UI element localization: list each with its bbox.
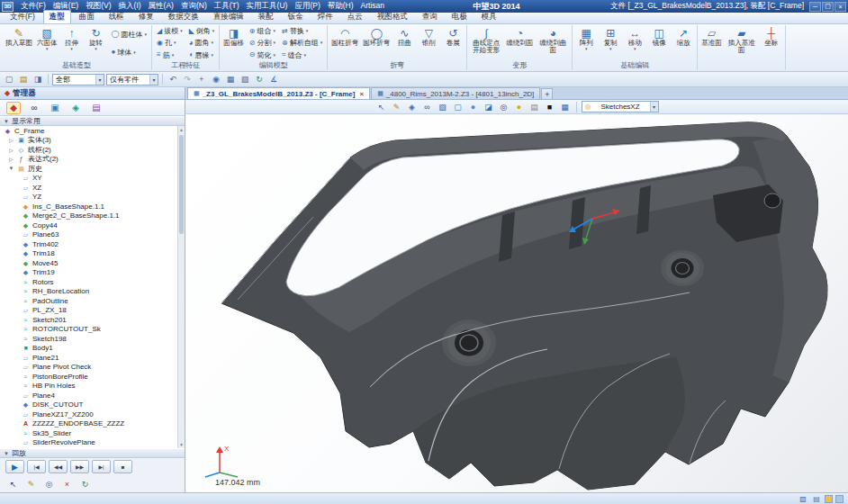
undo-icon[interactable]: ↶	[167, 73, 179, 86]
ribbon-button[interactable]: ◕缠绕到曲面	[536, 25, 570, 61]
ribbon-tab[interactable]: 模具	[475, 10, 503, 23]
tree-item[interactable]: ◆Move45	[0, 258, 185, 268]
view-manager-icon[interactable]: ◈	[406, 101, 419, 112]
maximize-button[interactable]: ▢	[822, 2, 834, 12]
ribbon-tab[interactable]: 数据交换	[162, 10, 205, 23]
ribbon-button[interactable]: ▱基准面	[699, 25, 724, 70]
ribbon-button[interactable]: ◕圆角▾	[186, 38, 218, 49]
ribbon-button[interactable]: ≈缝合▾	[279, 50, 325, 60]
ribbon-button[interactable]: ⊖简化▾	[247, 50, 278, 60]
ribbon-button[interactable]: ◠圆柱折弯	[329, 25, 360, 61]
minimize-button[interactable]: ─	[809, 2, 821, 12]
ribbon-button[interactable]: ▽锥削	[417, 25, 440, 61]
snap-icon[interactable]: ◉	[210, 73, 222, 86]
ribbon-tab[interactable]: 焊件	[311, 10, 339, 23]
tree-item[interactable]: ■Body1	[0, 344, 185, 354]
tree-item[interactable]: ▱PlaneXZ17_XZ200	[0, 410, 185, 419]
assembly-icon[interactable]: ◈	[68, 102, 83, 114]
tree-item[interactable]: ≈Sk35_Slider	[0, 428, 185, 438]
tree-root[interactable]: ◆C_Frame	[0, 126, 185, 136]
document-tab[interactable]: ▦_4800_Rims_2013M-2.Z3 - [4801_13inch_2D…	[371, 87, 540, 99]
viewport-canvas[interactable]: X 147.042 mm	[185, 114, 848, 492]
ribbon-tab[interactable]: 曲面	[73, 10, 101, 23]
filter-part-combo[interactable]: 仅有零件▾	[106, 74, 158, 86]
history-manager-icon[interactable]: ◆	[6, 102, 21, 114]
tree-group[interactable]: ▼▤历史	[0, 164, 185, 174]
ribbon-tab[interactable]: 修复	[132, 10, 160, 23]
ribbon-button[interactable]: ⊞复制▾	[599, 25, 622, 61]
brake-caliper-model[interactable]	[221, 122, 827, 490]
document-tab[interactable]: ▦_Z3_GL_BrakesModelB_2013.Z3 - [C_Frame]…	[187, 87, 370, 99]
ribbon-button[interactable]: ⊗解析自组▾	[279, 38, 325, 49]
tree-item[interactable]: ◆Ins_C_BaseShape.1.1	[0, 202, 185, 212]
step-backward-button[interactable]: ◀◀	[49, 460, 68, 473]
ribbon-button[interactable]: ⇄替换▾	[279, 26, 325, 37]
tree-item[interactable]: ▱Plane63	[0, 230, 185, 240]
tree-item[interactable]: ◆Trim18	[0, 249, 185, 259]
tree-item[interactable]: ◆Copy44	[0, 220, 185, 230]
sketch-icon[interactable]: ✎	[391, 101, 403, 112]
tree-item[interactable]: ▱Plane21	[0, 353, 185, 363]
save-icon[interactable]: ◨	[32, 73, 44, 86]
ribbon-button[interactable]: ●球体▾	[109, 47, 149, 58]
grid-icon[interactable]: ▦	[224, 73, 237, 86]
open-file-icon[interactable]: ▤	[17, 73, 30, 86]
tree-item[interactable]: ≈RH_BoreLocation	[0, 287, 185, 297]
visibility-icon[interactable]: ∞	[27, 102, 41, 114]
ribbon-button[interactable]: ⊕组合▾	[247, 26, 278, 37]
measure-icon[interactable]: ∡	[267, 73, 280, 86]
ribbon-button[interactable]: ↻旋转▾	[85, 25, 108, 61]
light-icon[interactable]: ●	[513, 101, 526, 112]
tree-item[interactable]: ≈PadOutline	[0, 296, 185, 306]
color-swatch-2[interactable]	[835, 495, 843, 503]
close-tab-icon[interactable]: ×	[357, 90, 364, 98]
sphere-view-icon[interactable]: ●	[467, 101, 480, 112]
ribbon-button[interactable]: ┼坐标	[760, 25, 783, 70]
tree-group[interactable]: ▷▣实体(3)	[0, 136, 185, 146]
tree-group[interactable]: ▷ƒ表达式(2)	[0, 155, 185, 165]
palette-icon[interactable]: ▤	[528, 101, 541, 112]
probe-tool[interactable]: ◎	[41, 478, 57, 490]
layer-state-icon[interactable]: ▤	[811, 494, 822, 504]
ribbon-button[interactable]: ↔移动▾	[623, 25, 646, 61]
scroll-up-icon[interactable]: ▲	[178, 126, 185, 133]
tree-item[interactable]: ◆DISK_CUTOUT	[0, 400, 185, 410]
ribbon-button[interactable]: ◉孔▾	[154, 38, 185, 49]
ribbon-tab[interactable]: 视图格式	[371, 10, 414, 23]
tree-item[interactable]: ▱YZ	[0, 193, 185, 202]
section-show-common[interactable]: ▼ 显示常用	[0, 116, 185, 126]
ribbon-button[interactable]: ∿扭曲	[392, 25, 416, 61]
zoom-icon[interactable]: ◎	[498, 101, 510, 112]
ribbon-tab[interactable]: 查询	[416, 10, 444, 23]
refresh-tool[interactable]: ↻	[77, 478, 93, 490]
tree-item[interactable]: ◆Trim19	[0, 268, 185, 278]
model-3d-svg[interactable]	[185, 114, 848, 492]
ribbon-button[interactable]: ↺卷展	[441, 25, 465, 61]
solids-icon[interactable]: ▣	[48, 102, 62, 114]
layers-icon[interactable]: ▤	[89, 102, 104, 114]
shaded-view-icon[interactable]: ▧	[437, 101, 449, 112]
ribbon-tab[interactable]: 文件(F)	[4, 10, 41, 23]
ribbon-button[interactable]: ▦阵列▾	[574, 25, 598, 61]
shade-mode-icon[interactable]: ▧	[239, 73, 251, 86]
ribbon-tab[interactable]: 钣金	[282, 10, 310, 23]
ribbon-tab[interactable]: 线框	[103, 10, 131, 23]
tree-item[interactable]: ≈PistonBoreProfile	[0, 372, 185, 382]
ribbon-tab[interactable]: 点云	[341, 10, 369, 23]
wireframe-view-icon[interactable]: ▢	[452, 101, 465, 112]
ribbon-button[interactable]: ◖唇缘▾	[186, 50, 218, 60]
ribbon-button[interactable]: ↑拉伸▾	[60, 25, 84, 61]
tree-item[interactable]: ◆Merge2_C_BaseShape.1.1	[0, 212, 185, 221]
tree-scrollbar[interactable]: ▲ ▼	[177, 126, 185, 448]
tree-item[interactable]: ▱XY	[0, 174, 185, 184]
ribbon-button[interactable]: ⊘分割▾	[247, 38, 278, 49]
regen-icon[interactable]: ↻	[253, 73, 266, 86]
tree-item[interactable]: ▱SliderRevolvePlane	[0, 438, 185, 448]
tree-item[interactable]: ◆Trim402	[0, 239, 185, 249]
edit-tool[interactable]: ✎	[23, 478, 39, 490]
tree-item[interactable]: ▱Plane Pivot Check	[0, 363, 185, 373]
redo-icon[interactable]: ↷	[181, 73, 194, 86]
scroll-down-icon[interactable]: ▼	[178, 441, 185, 448]
ribbon-button[interactable]: ◫镜像	[647, 25, 671, 61]
scroll-thumb[interactable]	[179, 135, 184, 234]
